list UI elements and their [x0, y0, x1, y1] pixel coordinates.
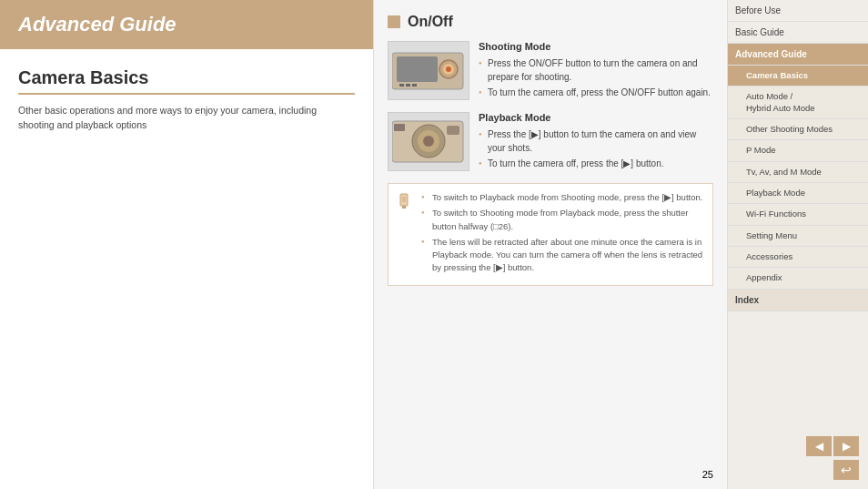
shooting-mode-bullet-2: To turn the camera off, press the ON/OFF…: [479, 86, 713, 99]
nav-buttons-row: ◀ ▶: [806, 436, 859, 456]
toc-advanced-guide[interactable]: Advanced Guide: [728, 44, 868, 66]
toc-camera-basics[interactable]: Camera Basics: [728, 66, 868, 87]
shooting-mode-heading: Shooting Mode: [479, 41, 713, 52]
note-pencil-icon: [398, 193, 410, 278]
camera-basics-desc: Other basic operations and more ways to …: [18, 104, 355, 133]
onoff-header: On/Off: [388, 14, 713, 30]
svg-rect-14: [400, 194, 408, 206]
shooting-mode-block: Shooting Mode Press the ON/OFF button to…: [388, 41, 713, 101]
toc-basic-guide[interactable]: Basic Guide: [728, 22, 868, 44]
note-2: To switch to Shooting mode from Playback…: [421, 207, 703, 233]
right-panel: Before Use Basic Guide Advanced Guide Ca…: [728, 0, 868, 489]
onoff-title: On/Off: [408, 14, 453, 30]
playback-mode-bullet-2: To turn the camera off, press the [▶] bu…: [479, 157, 713, 170]
prev-button[interactable]: ◀: [806, 436, 832, 456]
home-button-row: ↩: [833, 460, 859, 480]
advanced-guide-title: Advanced Guide: [18, 13, 355, 36]
svg-point-7: [446, 66, 451, 72]
svg-rect-12: [447, 126, 459, 135]
page-number-text: 25: [702, 469, 713, 480]
svg-rect-4: [399, 84, 404, 87]
playback-mode-list: Press the [▶] button to turn the camera …: [479, 127, 713, 170]
toc-auto-mode[interactable]: Auto Mode /Hybrid Auto Mode: [728, 87, 868, 119]
advanced-guide-header: Advanced Guide: [0, 0, 373, 49]
toc-tv-av-m[interactable]: Tv, Av, and M Mode: [728, 162, 868, 183]
home-button[interactable]: ↩: [833, 460, 859, 480]
svg-rect-5: [406, 84, 410, 87]
note-3: The lens will be retracted after about o…: [421, 236, 703, 275]
toc-other-shooting[interactable]: Other Shooting Modes: [728, 119, 868, 140]
notes-content: To switch to Playback mode from Shooting…: [398, 191, 703, 278]
toc-accessories[interactable]: Accessories: [728, 247, 868, 268]
page-number: 25: [702, 469, 713, 480]
shooting-thumb: [388, 41, 469, 100]
svg-point-11: [423, 136, 434, 147]
camera-basics-heading: Camera Basics: [18, 67, 355, 95]
shooting-mode-bullet-1: Press the ON/OFF button to turn the came…: [479, 56, 713, 84]
next-button[interactable]: ▶: [833, 436, 859, 456]
onoff-square-icon: [388, 15, 400, 28]
toc-appendix[interactable]: Appendix: [728, 268, 868, 289]
note-1: To switch to Playback mode from Shooting…: [421, 191, 703, 204]
playback-mode-text: Playback Mode Press the [▶] button to tu…: [479, 112, 713, 172]
shooting-mode-text: Shooting Mode Press the ON/OFF button to…: [479, 41, 713, 101]
nav-area: ◀ ▶ ↩: [728, 436, 868, 480]
toc-setting-menu[interactable]: Setting Menu: [728, 226, 868, 247]
toc-wifi[interactable]: Wi-Fi Functions: [728, 204, 868, 225]
toc-index[interactable]: Index: [728, 290, 868, 311]
svg-rect-1: [397, 56, 438, 82]
left-panel: Advanced Guide Camera Basics Other basic…: [0, 0, 373, 489]
svg-rect-6: [412, 84, 417, 87]
camera-basics-section: Camera Basics Other basic operations and…: [0, 67, 373, 133]
toc-before-use[interactable]: Before Use: [728, 0, 868, 22]
shooting-mode-list: Press the ON/OFF button to turn the came…: [479, 56, 713, 99]
toc-p-mode[interactable]: P Mode: [728, 140, 868, 161]
playback-thumb: [388, 112, 469, 171]
notes-list: To switch to Playback mode from Shooting…: [421, 191, 703, 278]
center-panel: On/Off Shooting Mode Press the ON/OFF bu…: [373, 0, 728, 489]
playback-mode-heading: Playback Mode: [479, 112, 713, 123]
svg-rect-13: [394, 124, 405, 131]
toc-playback-mode[interactable]: Playback Mode: [728, 183, 868, 204]
playback-mode-bullet-1: Press the [▶] button to turn the camera …: [479, 127, 713, 155]
svg-rect-15: [402, 206, 406, 209]
notes-box: To switch to Playback mode from Shooting…: [388, 183, 713, 286]
playback-mode-block: Playback Mode Press the [▶] button to tu…: [388, 112, 713, 172]
